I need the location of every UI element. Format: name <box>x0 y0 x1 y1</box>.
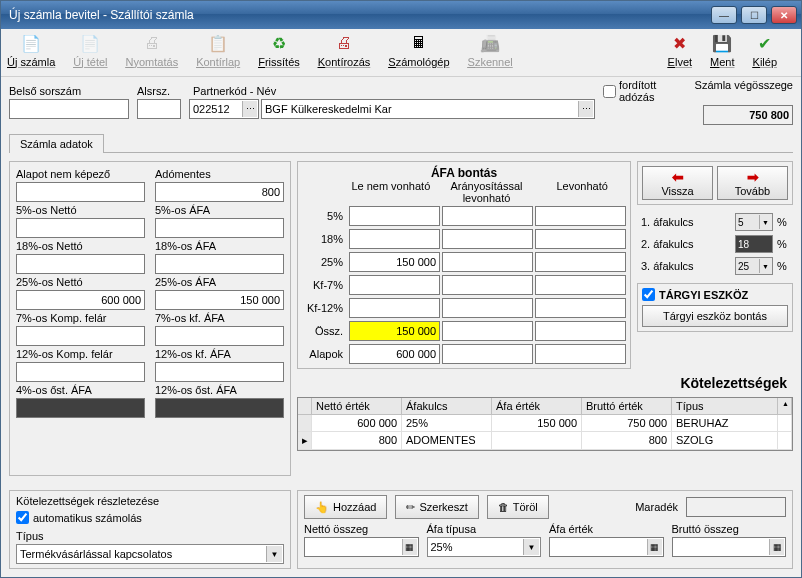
afa-cell[interactable] <box>535 344 626 364</box>
netto18-field[interactable] <box>16 254 145 274</box>
table-row[interactable]: 600 00025%150 000750 000BERUHAZ <box>298 415 792 432</box>
toolbar-kilep[interactable]: ✔Kilép <box>753 32 777 68</box>
afa-cell[interactable] <box>535 321 626 341</box>
auto-szamolas-check[interactable]: automatikus számolás <box>16 511 284 524</box>
afa-cell[interactable] <box>535 252 626 272</box>
partnerkod-lookup-icon[interactable]: ⋯ <box>242 101 257 117</box>
kontirlap-icon: 📋 <box>207 32 229 54</box>
afa-cell[interactable] <box>349 229 440 249</box>
vissza-button[interactable]: ⬅ Vissza <box>642 166 713 200</box>
targyi-bontas-button[interactable]: Tárgyi eszköz bontás <box>642 305 788 327</box>
nyomtatas-icon: 🖨 <box>141 32 163 54</box>
kfafa12-field[interactable] <box>155 362 284 382</box>
komp7-field[interactable] <box>16 326 145 346</box>
toolbar-nyomtatas: 🖨Nyomtatás <box>126 32 179 68</box>
calc-icon[interactable]: ▦ <box>402 539 417 555</box>
netto25-field[interactable]: 600 000 <box>16 290 145 310</box>
toolbar-frissites[interactable]: ♻Frissítés <box>258 32 300 68</box>
afa-row-label: Alapok <box>302 348 347 360</box>
kotelezettsegek-table[interactable]: Nettó értékÁfakulcsÁfa értékBruttó érték… <box>297 397 793 451</box>
afakulcs-2-select[interactable]: 18 <box>735 235 773 253</box>
label-vegosszeg: Számla végösszege <box>695 79 793 103</box>
afa-cell[interactable] <box>349 206 440 226</box>
afa-cell[interactable] <box>442 252 533 272</box>
scroll-up[interactable]: ▲ <box>778 398 792 415</box>
afa-ertek-field[interactable]: ▦ <box>549 537 664 557</box>
afa-cell[interactable] <box>535 229 626 249</box>
minimize-button[interactable]: — <box>711 6 737 24</box>
toolbar: 📄Új számla📄Új tétel🖨Nyomtatás📋Kontírlap♻… <box>1 29 801 77</box>
afa-cell[interactable] <box>349 275 440 295</box>
afa-cell[interactable] <box>535 206 626 226</box>
toolbar-uj-szamla[interactable]: 📄Új számla <box>7 32 55 68</box>
afa18-field[interactable] <box>155 254 284 274</box>
toolbar-szamologep[interactable]: 🖩Számológép <box>388 32 449 68</box>
hozzaad-button[interactable]: 👆Hozzáad <box>304 495 387 519</box>
titlebar: Új számla bevitel - Szállítói számla — ☐… <box>1 1 801 29</box>
table-header[interactable]: Áfa érték <box>492 398 582 415</box>
alapot-field[interactable] <box>16 182 145 202</box>
afa-cell[interactable] <box>442 206 533 226</box>
alsrsz-field[interactable] <box>137 99 181 119</box>
calc-icon[interactable]: ▦ <box>769 539 784 555</box>
maximize-button[interactable]: ☐ <box>741 6 767 24</box>
toolbar-kontirozas[interactable]: 🖨Kontírozás <box>318 32 371 68</box>
adomentes-field[interactable]: 800 <box>155 182 284 202</box>
afa5-field[interactable] <box>155 218 284 238</box>
szerkeszt-button[interactable]: ✏Szerkeszt <box>395 495 478 519</box>
afa-cell[interactable] <box>442 275 533 295</box>
forditott-adozas-check[interactable]: fordított adózás <box>603 79 695 103</box>
komp12-field[interactable] <box>16 362 145 382</box>
afa-bontas-panel: ÁFA bontás Le nem vonható Arányosítással… <box>297 161 631 369</box>
netto-osszeg-field[interactable]: ▦ <box>304 537 419 557</box>
afa-cell[interactable] <box>535 275 626 295</box>
kfafa7-field[interactable] <box>155 326 284 346</box>
trash-icon: 🗑 <box>498 501 509 513</box>
kotelezettsegek-reszletezese-label: Kötelezettségek részletezése <box>16 495 284 507</box>
belso-sorszam-field[interactable] <box>9 99 129 119</box>
netto5-field[interactable] <box>16 218 145 238</box>
partnerkod-field[interactable]: 022512 ⋯ <box>189 99 259 119</box>
uj-tetel-icon: 📄 <box>79 32 101 54</box>
kotelezettsegek-title: Kötelezettségek <box>297 373 793 393</box>
toolbar-szkennel: 📠Szkennel <box>468 32 513 68</box>
afa-cell[interactable]: 600 000 <box>349 344 440 364</box>
toolbar-ment[interactable]: 💾Ment <box>710 32 734 68</box>
table-row[interactable]: ▸800ADOMENTES800SZOLG <box>298 432 792 450</box>
left-panel: Alapot nem képező Adómentes 800 5%-os Ne… <box>9 161 291 476</box>
partner-nev-field[interactable]: BGF Külkereskedelmi Kar ⋯ <box>261 99 595 119</box>
afakulcs-1-select[interactable]: 5▼ <box>735 213 773 231</box>
partner-nev-lookup-icon[interactable]: ⋯ <box>578 101 593 117</box>
table-header[interactable]: Bruttó érték <box>582 398 672 415</box>
calc-icon[interactable]: ▦ <box>647 539 662 555</box>
afa-cell[interactable] <box>442 344 533 364</box>
afa-cell[interactable]: 150 000 <box>349 252 440 272</box>
table-header[interactable]: Típus <box>672 398 778 415</box>
tovabb-button[interactable]: ➡ Tovább <box>717 166 788 200</box>
torol-button[interactable]: 🗑Töröl <box>487 495 549 519</box>
afa-cell[interactable] <box>442 298 533 318</box>
close-button[interactable]: ✕ <box>771 6 797 24</box>
table-header[interactable]: Nettó érték <box>312 398 402 415</box>
tipus-combo[interactable]: Termékvásárlással kapcsolatos ▼ <box>16 544 284 564</box>
toolbar-uj-tetel: 📄Új tétel <box>73 32 107 68</box>
window-title: Új számla bevitel - Szállítói számla <box>9 8 711 22</box>
label-komp12: 12%-os Komp. felár <box>16 348 145 360</box>
elvet-icon: ✖ <box>669 32 691 54</box>
ost12-field <box>155 398 284 418</box>
afa-row-label: 18% <box>302 233 347 245</box>
afa-cell[interactable]: 150 000 <box>349 321 440 341</box>
afakulcs-3-select[interactable]: 25▼ <box>735 257 773 275</box>
afa-cell[interactable] <box>535 298 626 318</box>
afa-tipusa-combo[interactable]: 25%▼ <box>427 537 542 557</box>
chevron-down-icon: ▼ <box>523 539 539 555</box>
afa-cell[interactable] <box>442 229 533 249</box>
afa-cell[interactable] <box>442 321 533 341</box>
table-header[interactable]: Áfakulcs <box>402 398 492 415</box>
afa-cell[interactable] <box>349 298 440 318</box>
afa25-field[interactable]: 150 000 <box>155 290 284 310</box>
tab-szamla-adatok[interactable]: Számla adatok <box>9 134 104 153</box>
toolbar-elvet[interactable]: ✖Elvet <box>668 32 692 68</box>
brutto-osszeg-field[interactable]: ▦ <box>672 537 787 557</box>
targyi-eszkoz-check[interactable]: TÁRGYI ESZKÖZ <box>638 284 792 305</box>
